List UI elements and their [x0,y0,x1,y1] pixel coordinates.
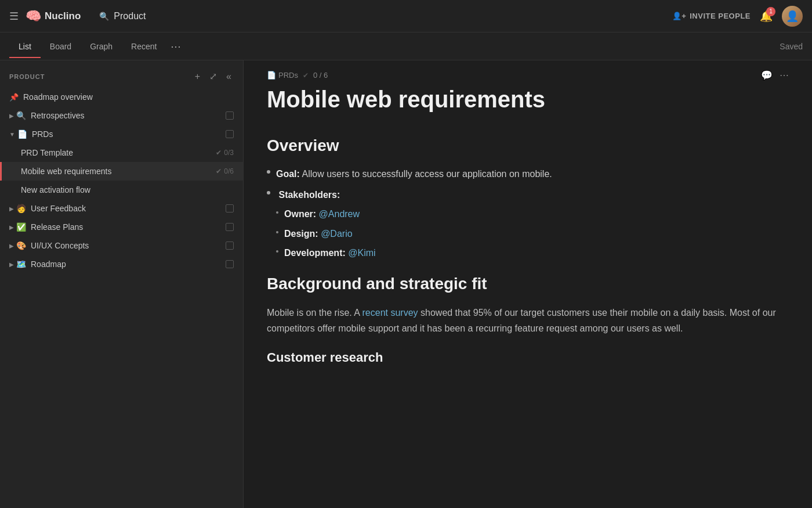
expand-button[interactable]: ⤢ [207,70,219,83]
tab-recent[interactable]: Recent [122,35,166,58]
sidebar: PRODUCT + ⤢ « 📌 Roadmap overview ▶ 🔍 Ret… [0,60,244,508]
saved-label: Saved [780,42,803,51]
recent-survey-link[interactable]: recent survey [362,308,418,318]
release-plans-icon: ✅ [16,222,26,232]
nested-bullet [276,211,278,214]
roadmap-icon: 🗺️ [16,260,26,269]
retrospectives-icon: 🔍 [16,111,26,120]
nav-left: ☰ 🧠 Nuclino 🔍 Product [9,9,146,24]
breadcrumb-doc-icon: 📄 [267,71,276,80]
sidebar-item-new-activation[interactable]: New activation flow [0,181,243,199]
invite-people-button[interactable]: 👤+ INVITE PEOPLE [672,12,751,20]
sidebar-item-roadmap-overview[interactable]: 📌 Roadmap overview [0,88,243,106]
document-body: Mobile web requirements Overview Goal: A… [244,85,812,409]
sidebar-item-user-feedback[interactable]: ▶ 🧑 User Feedback [0,199,243,218]
background-heading: Background and strategic fit [267,275,789,293]
hamburger-icon[interactable]: ☰ [9,10,19,23]
check-icon: ✔ [216,167,222,175]
sidebar-item-roadmap[interactable]: ▶ 🗺️ Roadmap [0,255,243,273]
more-tabs-button[interactable]: ⋯ [166,40,186,53]
stakeholders-bullet: Stakeholders: Owner: @Andrew Design: @Da… [267,188,789,265]
chevron-right-icon: ▶ [9,243,14,249]
sidebar-item-prd-template[interactable]: PRD Template ✔ 0/3 [0,143,243,162]
sidebar-item-release-plans[interactable]: ▶ ✅ Release Plans [0,218,243,236]
tab-list[interactable]: List [9,35,41,58]
sidebar-actions: + ⤢ « [193,70,234,83]
sidebar-item-checkbox[interactable] [226,204,234,212]
goal-bullet: Goal: Allow users to successfully access… [267,167,789,182]
sidebar-item-checkbox[interactable] [226,242,234,250]
notifications-button[interactable]: 🔔 1 [760,10,773,23]
chevron-right-icon: ▶ [9,224,14,230]
sidebar-item-label: Roadmap overview [23,92,234,102]
chevron-right-icon: ▶ [9,113,14,119]
logo-icon: 🧠 [26,9,41,24]
design-link[interactable]: @Dario [321,229,352,239]
breadcrumb-label[interactable]: PRDs [278,71,298,80]
owner-link[interactable]: @Andrew [319,209,360,219]
logo-area[interactable]: 🧠 Nuclino [26,9,81,24]
content-area: 📄 PRDs ✔ 0 / 6 💬 ⋯ Mobile web requiremen… [244,60,812,508]
breadcrumb: 📄 PRDs [267,71,298,80]
sidebar-item-ui-ux[interactable]: ▶ 🎨 UI/UX Concepts [0,236,243,255]
sidebar-item-checkbox[interactable] [226,260,234,268]
development-link[interactable]: @Kimi [348,248,375,258]
top-navigation: ☰ 🧠 Nuclino 🔍 Product 👤+ INVITE PEOPLE 🔔… [0,0,812,33]
document-title: Mobile web requirements [267,85,789,113]
owner-item: Owner: @Andrew [267,207,376,222]
sidebar-title: PRODUCT [9,73,193,80]
sidebar-item-label: PRD Template [21,148,216,157]
chevron-right-icon: ▶ [9,261,14,268]
check-icon: ✔ [216,149,222,157]
tab-graph[interactable]: Graph [81,35,122,58]
nav-right: 👤+ INVITE PEOPLE 🔔 1 👤 [672,6,803,27]
chevron-down-icon: ▼ [9,131,15,138]
sidebar-item-label: Mobile web requirements [21,167,216,176]
invite-icon: 👤+ [672,12,687,20]
sidebar-item-checkbox[interactable] [226,111,234,120]
user-feedback-icon: 🧑 [16,204,26,213]
sidebar-item-label: Roadmap [31,260,226,269]
ui-ux-icon: 🎨 [16,241,26,250]
background-paragraph: Mobile is on the rise. A recent survey s… [267,305,789,336]
nested-bullet [276,231,278,233]
sidebar-item-checkbox[interactable] [226,130,234,138]
sidebar-item-retrospectives[interactable]: ▶ 🔍 Retrospectives [0,106,243,125]
development-item: Development: @Kimi [267,246,376,261]
sidebar-item-label: New activation flow [21,185,234,194]
overview-heading: Overview [267,136,789,155]
nested-bullet [276,250,278,253]
sidebar-item-checkbox[interactable] [226,223,234,231]
sidebar-item-label: Retrospectives [31,111,226,120]
logo-text: Nuclino [45,10,81,22]
sidebar-item-label: UI/UX Concepts [31,241,226,250]
sidebar-item-mobile-web[interactable]: Mobile web requirements ✔ 0/6 [0,162,243,181]
sidebar-header: PRODUCT + ⤢ « [0,60,243,88]
bullet-dot [267,170,270,174]
collapse-sidebar-button[interactable]: « [224,70,234,83]
breadcrumb-separator: ✔ [303,71,309,80]
user-avatar[interactable]: 👤 [782,6,803,27]
notification-badge: 1 [766,7,775,16]
sidebar-item-label: User Feedback [31,204,226,213]
sidebar-item-meta: ✔ 0/6 [216,167,234,175]
sidebar-item-label: PRDs [32,129,226,139]
sidebar-item-prds[interactable]: ▼ 📄 PRDs [0,125,243,143]
stakeholders-list: Owner: @Andrew Design: @Dario Developmen… [267,207,376,261]
add-item-button[interactable]: + [193,70,202,83]
more-options-button[interactable]: ⋯ [780,70,789,81]
comment-button[interactable]: 💬 [761,70,773,81]
main-area: PRODUCT + ⤢ « 📌 Roadmap overview ▶ 🔍 Ret… [0,60,812,508]
content-actions: 💬 ⋯ [761,70,789,81]
customer-research-heading: Customer research [267,350,789,365]
tab-board[interactable]: Board [41,35,81,58]
prds-icon: 📄 [17,129,27,139]
breadcrumb-check: 0 / 6 [313,71,328,80]
search-area[interactable]: 🔍 Product [99,11,146,21]
design-item: Design: @Dario [267,226,376,242]
overview-bullets: Goal: Allow users to successfully access… [267,167,789,265]
sidebar-item-meta: ✔ 0/3 [216,149,234,157]
workspace-name: Product [114,11,146,21]
pin-icon: 📌 [9,93,19,102]
content-topbar: 📄 PRDs ✔ 0 / 6 💬 ⋯ [244,60,812,85]
